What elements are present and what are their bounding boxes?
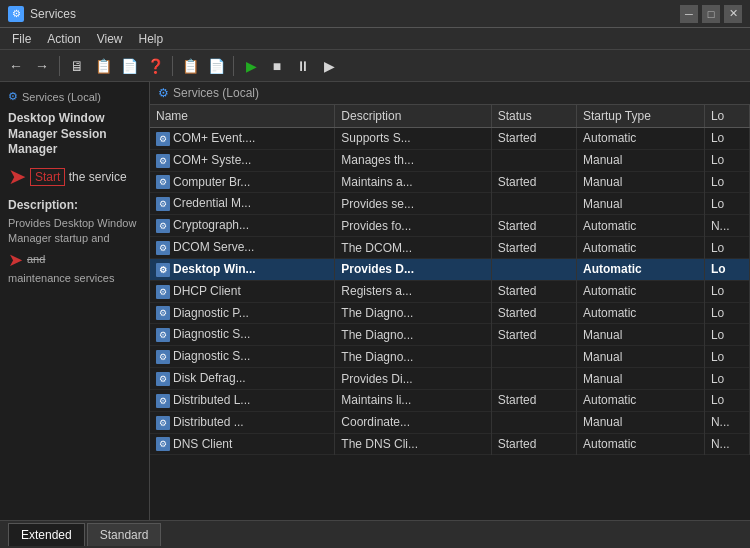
table-row[interactable]: ⚙Desktop Win...Provides D...AutomaticLo	[150, 258, 750, 280]
title-bar: ⚙ Services ─ □ ✕	[0, 0, 750, 28]
table-row[interactable]: ⚙COM+ Syste...Manages th...ManualLo	[150, 149, 750, 171]
col-startup[interactable]: Startup Type	[576, 105, 704, 128]
table-row[interactable]: ⚙DNS ClientThe DNS Cli...StartedAutomati…	[150, 433, 750, 455]
back-button[interactable]: ←	[4, 54, 28, 78]
service-name-cell: ⚙Distributed ...	[150, 411, 335, 433]
service-name-cell: ⚙Distributed L...	[150, 389, 335, 411]
service-desc-cell: The Diagno...	[335, 302, 491, 324]
service-name-cell: ⚙COM+ Event....	[150, 128, 335, 150]
service-startup-cell: Manual	[576, 411, 704, 433]
stop-service-button[interactable]: ■	[265, 54, 289, 78]
service-desc-cell: The DNS Cli...	[335, 433, 491, 455]
col-description[interactable]: Description	[335, 105, 491, 128]
right-panel-header: ⚙ Services (Local)	[150, 82, 750, 105]
service-icon: ⚙	[156, 285, 170, 299]
table-row[interactable]: ⚙DCOM Serve...The DCOM...StartedAutomati…	[150, 237, 750, 259]
service-icon: ⚙	[156, 241, 170, 255]
pause-service-button[interactable]: ⏸	[291, 54, 315, 78]
service-name-cell: ⚙Disk Defrag...	[150, 368, 335, 390]
service-startup-cell: Manual	[576, 149, 704, 171]
help-button[interactable]: ❓	[143, 54, 167, 78]
col-name[interactable]: Name	[150, 105, 335, 128]
service-lo-cell: Lo	[704, 302, 749, 324]
table-row[interactable]: ⚙Diagnostic P...The Diagno...StartedAuto…	[150, 302, 750, 324]
service-status-cell: Started	[491, 302, 576, 324]
service-desc-cell: The DCOM...	[335, 237, 491, 259]
maximize-button[interactable]: □	[702, 5, 720, 23]
service-lo-cell: Lo	[704, 193, 749, 215]
service-lo-cell: Lo	[704, 324, 749, 346]
service-name-cell: ⚙DCOM Serve...	[150, 237, 335, 259]
right-panel-icon: ⚙	[158, 86, 169, 100]
import-button[interactable]: 📄	[204, 54, 228, 78]
properties-button[interactable]: 📋	[91, 54, 115, 78]
start-action-row: ➤ Start the service	[8, 164, 141, 190]
service-name-cell: ⚙DNS Client	[150, 433, 335, 455]
service-lo-cell: Lo	[704, 389, 749, 411]
window-title: Services	[30, 7, 76, 21]
service-name-cell: ⚙Computer Br...	[150, 171, 335, 193]
menu-file[interactable]: File	[4, 30, 39, 48]
service-status-cell: Started	[491, 128, 576, 150]
table-row[interactable]: ⚙DHCP ClientRegisters a...StartedAutomat…	[150, 280, 750, 302]
restart-service-button[interactable]: ▶	[317, 54, 341, 78]
service-desc-cell: The Diagno...	[335, 324, 491, 346]
service-startup-cell: Automatic	[576, 302, 704, 324]
toolbar-separator-1	[59, 56, 60, 76]
right-panel-label: Services (Local)	[173, 86, 259, 100]
service-name-cell: ⚙Desktop Win...	[150, 258, 335, 280]
main-content: ⚙ Services (Local) Desktop Window Manage…	[0, 82, 750, 520]
service-name-cell: ⚙Cryptograph...	[150, 215, 335, 237]
service-name-cell: ⚙Credential M...	[150, 193, 335, 215]
table-row[interactable]: ⚙Distributed ...Coordinate...ManualN...	[150, 411, 750, 433]
tab-extended[interactable]: Extended	[8, 523, 85, 546]
service-icon: ⚙	[156, 437, 170, 451]
service-startup-cell: Automatic	[576, 215, 704, 237]
show-console-button[interactable]: 🖥	[65, 54, 89, 78]
start-link[interactable]: Start	[30, 168, 65, 186]
close-button[interactable]: ✕	[724, 5, 742, 23]
service-icon: ⚙	[156, 350, 170, 364]
table-row[interactable]: ⚙Cryptograph...Provides fo...StartedAuto…	[150, 215, 750, 237]
service-startup-cell: Automatic	[576, 433, 704, 455]
tab-standard[interactable]: Standard	[87, 523, 162, 546]
table-row[interactable]: ⚙Diagnostic S...The Diagno...ManualLo	[150, 346, 750, 368]
minimize-button[interactable]: ─	[680, 5, 698, 23]
services-table[interactable]: Name Description Status Startup Type Lo …	[150, 105, 750, 520]
table-row[interactable]: ⚙Distributed L...Maintains li...StartedA…	[150, 389, 750, 411]
forward-button[interactable]: →	[30, 54, 54, 78]
service-desc-cell: Maintains li...	[335, 389, 491, 411]
service-status-cell: Started	[491, 324, 576, 346]
description-line-3: maintenance services	[8, 271, 141, 286]
service-desc-cell: Manages th...	[335, 149, 491, 171]
service-desc-cell: Supports S...	[335, 128, 491, 150]
menu-view[interactable]: View	[89, 30, 131, 48]
service-icon: ⚙	[156, 175, 170, 189]
service-status-cell: Started	[491, 280, 576, 302]
service-desc-cell: Maintains a...	[335, 171, 491, 193]
table-row[interactable]: ⚙Diagnostic S...The Diagno...StartedManu…	[150, 324, 750, 346]
col-lo[interactable]: Lo	[704, 105, 749, 128]
new-button[interactable]: 📄	[117, 54, 141, 78]
service-startup-cell: Manual	[576, 193, 704, 215]
table-row[interactable]: ⚙Computer Br...Maintains a...StartedManu…	[150, 171, 750, 193]
start-service-button[interactable]: ▶	[239, 54, 263, 78]
service-lo-cell: Lo	[704, 280, 749, 302]
description-title: Description:	[8, 198, 141, 212]
service-startup-cell: Automatic	[576, 128, 704, 150]
service-icon: ⚙	[156, 154, 170, 168]
service-icon: ⚙	[156, 394, 170, 408]
table-row[interactable]: ⚙Credential M...Provides se...ManualLo	[150, 193, 750, 215]
service-startup-cell: Automatic	[576, 389, 704, 411]
left-panel-icon: ⚙	[8, 90, 18, 103]
menu-help[interactable]: Help	[131, 30, 172, 48]
arrow-right-icon: ➤	[8, 249, 23, 271]
service-name-cell: ⚙Diagnostic P...	[150, 302, 335, 324]
table-row[interactable]: ⚙COM+ Event....Supports S...StartedAutom…	[150, 128, 750, 150]
menu-action[interactable]: Action	[39, 30, 88, 48]
service-startup-cell: Manual	[576, 324, 704, 346]
service-status-cell	[491, 411, 576, 433]
export-button[interactable]: 📋	[178, 54, 202, 78]
table-row[interactable]: ⚙Disk Defrag...Provides Di...ManualLo	[150, 368, 750, 390]
col-status[interactable]: Status	[491, 105, 576, 128]
